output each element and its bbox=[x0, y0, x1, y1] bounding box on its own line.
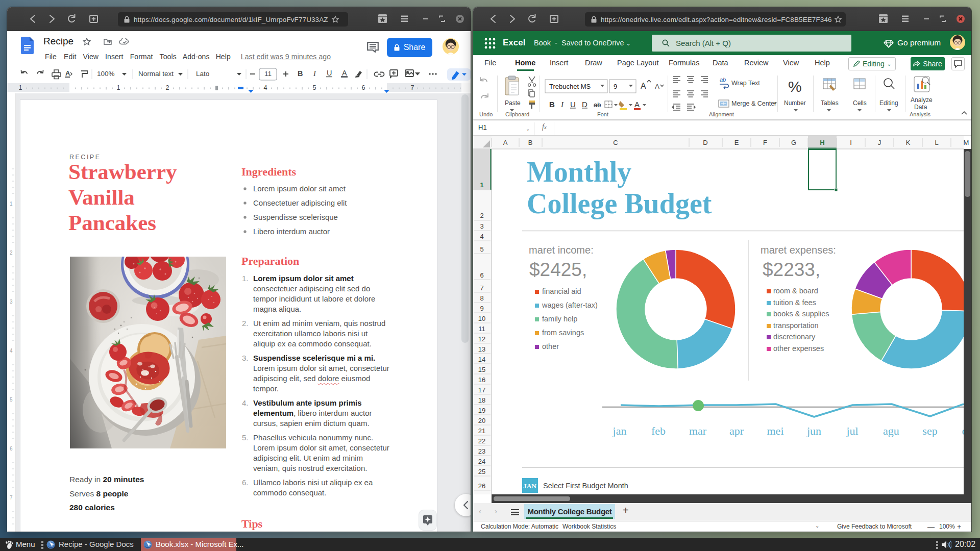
svg-text:F: F bbox=[763, 139, 767, 146]
svg-text:22: 22 bbox=[478, 437, 485, 445]
svg-text:feb: feb bbox=[651, 424, 666, 437]
svg-text:18: 18 bbox=[478, 396, 485, 404]
svg-text:jul: jul bbox=[846, 424, 858, 437]
svg-text:K: K bbox=[906, 139, 911, 146]
svg-text:11: 11 bbox=[478, 325, 485, 333]
svg-text:apr: apr bbox=[729, 424, 744, 437]
svg-text:Editing: Editing bbox=[879, 99, 898, 107]
svg-text:Tables: Tables bbox=[821, 99, 839, 107]
svg-text:family help: family help bbox=[542, 315, 577, 323]
svg-text:3: 3 bbox=[10, 299, 13, 305]
svg-text:from savings: from savings bbox=[542, 329, 584, 337]
svg-text:1: 1 bbox=[10, 201, 13, 207]
svg-text:ab: ab bbox=[720, 77, 726, 83]
svg-text:$2425,: $2425, bbox=[529, 259, 587, 280]
svg-text:4: 4 bbox=[480, 233, 483, 240]
svg-text:Analysis: Analysis bbox=[910, 111, 930, 117]
svg-text:5: 5 bbox=[10, 397, 13, 403]
svg-text:7: 7 bbox=[10, 495, 13, 500]
svg-text:100%: 100% bbox=[97, 70, 115, 78]
svg-text:B: B bbox=[528, 139, 533, 146]
svg-text:A: A bbox=[634, 100, 640, 109]
svg-text:D: D bbox=[703, 139, 707, 146]
svg-text:9: 9 bbox=[614, 83, 617, 90]
svg-text:H: H bbox=[820, 139, 824, 146]
svg-text:6: 6 bbox=[10, 446, 13, 452]
svg-text:A: A bbox=[65, 69, 70, 77]
svg-text:Trebuchet MS: Trebuchet MS bbox=[549, 83, 591, 90]
svg-text:%: % bbox=[788, 78, 802, 95]
svg-text:jan: jan bbox=[612, 424, 627, 437]
svg-text:U: U bbox=[570, 100, 576, 109]
svg-text:M: M bbox=[964, 139, 969, 146]
svg-text:21: 21 bbox=[478, 427, 485, 435]
svg-text:E: E bbox=[734, 139, 739, 146]
svg-text:B: B bbox=[298, 69, 303, 78]
svg-text:Monthly: Monthly bbox=[527, 156, 631, 188]
svg-text:I: I bbox=[313, 69, 316, 78]
svg-text:B: B bbox=[549, 100, 555, 109]
svg-text:I: I bbox=[850, 139, 852, 146]
svg-text:1: 1 bbox=[19, 84, 22, 91]
svg-text:10: 10 bbox=[478, 315, 485, 322]
svg-text:agu: agu bbox=[883, 424, 899, 437]
svg-text:books & supplies: books & supplies bbox=[773, 310, 829, 318]
svg-text:3: 3 bbox=[480, 222, 483, 230]
svg-text:A: A bbox=[641, 82, 646, 90]
svg-text:24: 24 bbox=[478, 458, 485, 465]
svg-text:4: 4 bbox=[264, 84, 267, 91]
svg-text:room & board: room & board bbox=[773, 287, 818, 295]
svg-text:jun: jun bbox=[806, 424, 821, 437]
svg-text:JAN: JAN bbox=[523, 482, 536, 490]
svg-text:6: 6 bbox=[362, 84, 365, 91]
svg-text:maret income:: maret income: bbox=[529, 244, 594, 256]
svg-text:wages (after-tax): wages (after-tax) bbox=[542, 301, 598, 309]
svg-text:Alignment: Alignment bbox=[709, 111, 734, 117]
svg-text:Data: Data bbox=[914, 104, 927, 111]
svg-text:maret expenses:: maret expenses: bbox=[761, 244, 836, 256]
svg-text:6: 6 bbox=[480, 271, 483, 279]
svg-text:2: 2 bbox=[10, 250, 13, 256]
svg-text:8: 8 bbox=[480, 294, 483, 302]
svg-text:D: D bbox=[582, 100, 587, 109]
svg-text:Clipboard: Clipboard bbox=[505, 111, 529, 117]
svg-text:College Budget: College Budget bbox=[527, 188, 712, 219]
svg-text:A: A bbox=[655, 83, 659, 90]
svg-text:G: G bbox=[791, 139, 796, 146]
svg-text:Lato: Lato bbox=[196, 70, 209, 78]
svg-text:L: L bbox=[935, 139, 938, 146]
svg-text:mei: mei bbox=[767, 424, 784, 437]
svg-text:Cells: Cells bbox=[853, 99, 867, 107]
svg-text:Number: Number bbox=[784, 99, 806, 107]
svg-text:other: other bbox=[542, 342, 559, 350]
svg-text:9: 9 bbox=[480, 305, 483, 312]
svg-text:1: 1 bbox=[117, 84, 120, 91]
svg-text:13: 13 bbox=[478, 345, 485, 353]
svg-text:Paste: Paste bbox=[505, 99, 521, 107]
svg-text:$2233,: $2233, bbox=[763, 259, 820, 280]
svg-text:5: 5 bbox=[480, 245, 483, 253]
svg-text:Normal text: Normal text bbox=[138, 70, 174, 78]
svg-text:15: 15 bbox=[478, 366, 485, 373]
svg-text:A: A bbox=[503, 139, 508, 146]
svg-text:Undo: Undo bbox=[479, 111, 493, 117]
svg-text:7: 7 bbox=[480, 284, 483, 292]
svg-text:4: 4 bbox=[10, 348, 13, 354]
svg-text:25: 25 bbox=[478, 468, 485, 475]
svg-text:2: 2 bbox=[480, 212, 483, 219]
svg-text:Wrap Text: Wrap Text bbox=[731, 80, 760, 87]
svg-text:17: 17 bbox=[478, 386, 485, 394]
svg-text:26: 26 bbox=[478, 482, 485, 490]
svg-text:transportation: transportation bbox=[773, 321, 819, 330]
svg-text:mar: mar bbox=[689, 424, 707, 437]
svg-text:14: 14 bbox=[478, 356, 485, 363]
svg-text:financial aid: financial aid bbox=[542, 287, 581, 295]
svg-text:J: J bbox=[878, 139, 881, 146]
svg-text:discretionary: discretionary bbox=[773, 333, 816, 341]
svg-text:11: 11 bbox=[264, 70, 272, 78]
svg-text:tuition & fees: tuition & fees bbox=[773, 298, 816, 307]
svg-text:Merge & Center: Merge & Center bbox=[731, 100, 776, 107]
svg-text:Analyze: Analyze bbox=[911, 96, 933, 104]
svg-text:Font: Font bbox=[597, 111, 608, 117]
svg-text:I: I bbox=[560, 101, 564, 109]
